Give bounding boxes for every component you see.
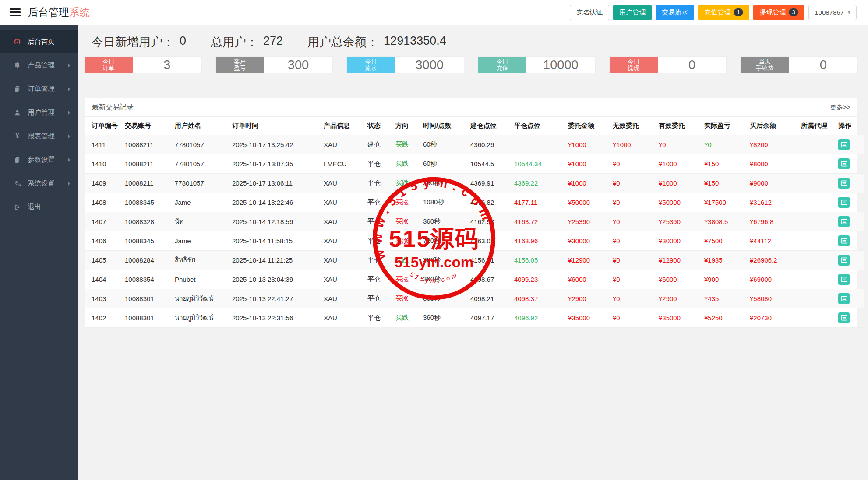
cell-open_price: 4162.93 xyxy=(470,212,514,231)
sidebar-item-report[interactable]: ¥报表管理 xyxy=(0,124,78,148)
cell-valid_entrust: ¥6000 xyxy=(659,270,704,289)
sidebar-item-settings[interactable]: 系统设置 xyxy=(0,172,78,195)
sidebar-item-label: 系统设置 xyxy=(28,179,55,188)
sidebar-item-label: 订单管理 xyxy=(28,84,55,94)
cell-duration: 360秒 xyxy=(423,289,470,308)
orders-icon xyxy=(13,86,22,92)
more-link[interactable]: 更多>> xyxy=(830,103,850,112)
cell-invalid_entrust: ¥0 xyxy=(613,289,659,308)
cell-username: 77801057 xyxy=(175,154,232,173)
order-detail-button[interactable] xyxy=(838,235,850,246)
summary-stats: 今日新增用户： 0 总用户： 272 用户总余额： 12913350.4 xyxy=(85,34,857,50)
header-button-flow[interactable]: 交易流水 xyxy=(656,5,694,20)
cell-agent xyxy=(801,270,838,289)
cell-invalid_entrust: ¥0 xyxy=(613,193,659,212)
cell-order_id: 1402 xyxy=(85,308,125,327)
cell-balance_after: ¥20730 xyxy=(750,308,801,327)
list-icon xyxy=(841,199,847,206)
cell-close_price: 4369.22 xyxy=(514,173,568,193)
cell-direction: 买跌 xyxy=(395,135,423,154)
chevron-right-icon xyxy=(68,63,71,68)
cell-order_time: 2025-10-13 22:31:56 xyxy=(232,308,324,327)
header-button-users[interactable]: 用户管理 xyxy=(613,5,652,20)
cell-product: XAU xyxy=(324,250,367,270)
order-detail-button[interactable] xyxy=(838,274,850,285)
cell-duration: 1080秒 xyxy=(423,193,470,212)
cell-order_id: 1403 xyxy=(85,289,125,308)
order-detail-button[interactable] xyxy=(838,312,850,323)
column-header-valid_entrust: 有效委托 xyxy=(659,117,704,135)
cell-duration: 360秒 xyxy=(423,270,470,289)
cell-entrust_amount: ¥12900 xyxy=(568,250,613,270)
cell-close_price: 10544.34 xyxy=(514,154,568,173)
cell-duration: 720秒 xyxy=(423,231,470,250)
header-button-realname[interactable]: 实名认证 xyxy=(570,5,609,20)
cell-open_price: 4098.67 xyxy=(470,270,514,289)
cell-product: XAU xyxy=(324,212,367,231)
order-detail-button[interactable] xyxy=(838,178,850,189)
sidebar-item-home[interactable]: 后台首页 xyxy=(0,30,78,53)
cell-username: นัท xyxy=(175,212,232,231)
card-title: 最新交易记录 xyxy=(92,103,134,112)
sidebar-item-params[interactable]: 参数设置 xyxy=(0,148,78,172)
cell-duration: 360秒 xyxy=(423,212,470,231)
sidebar-item-product[interactable]: ฿产品管理 xyxy=(0,53,78,77)
header-button-recharge[interactable]: 充值管理1 xyxy=(698,5,749,20)
cell-order_id: 1409 xyxy=(85,173,125,193)
cell-action xyxy=(838,212,864,231)
logout-icon xyxy=(13,204,22,210)
cell-product: XAU xyxy=(324,193,367,212)
order-detail-button[interactable] xyxy=(838,139,850,150)
stat-box-label: 今日充值 xyxy=(478,57,526,73)
stat-box-label: 当天手续费 xyxy=(741,57,789,73)
column-header-invalid_entrust: 无效委托 xyxy=(613,117,659,135)
sidebar-item-label: 后台首页 xyxy=(28,37,55,46)
menu-toggle-icon[interactable] xyxy=(10,7,21,18)
stat-box-value: 3 xyxy=(133,57,201,73)
cell-close_price: 4098.37 xyxy=(514,289,568,308)
table-row: 140310088301นายภูมิวิวัฒน์2025-10-13 22:… xyxy=(85,289,864,308)
cell-order_time: 2025-10-13 23:04:39 xyxy=(232,270,324,289)
cell-agent xyxy=(801,212,838,231)
cell-close_price: 4163.96 xyxy=(514,231,568,250)
list-icon xyxy=(841,161,847,167)
cell-valid_entrust: ¥30000 xyxy=(659,231,704,250)
stat-box-customer-pl: 客户盈亏300 xyxy=(216,57,333,73)
summary-value: 12913350.4 xyxy=(384,34,446,50)
cell-status: 平仓 xyxy=(367,154,395,173)
cell-status: 平仓 xyxy=(367,231,395,250)
cell-username: 77801057 xyxy=(175,135,232,154)
sidebar-item-label: 报表管理 xyxy=(28,132,55,141)
order-detail-button[interactable] xyxy=(838,255,850,266)
cell-action xyxy=(838,193,864,212)
account-dropdown[interactable]: 10087867 ▾ xyxy=(808,5,857,20)
cell-order_time: 2025-10-14 13:22:46 xyxy=(232,193,324,212)
cell-agent xyxy=(801,231,838,250)
cell-direction: 买跌 xyxy=(395,154,423,173)
cell-open_price: 4163.05 xyxy=(470,231,514,250)
sidebar-item-users[interactable]: 用户管理 xyxy=(0,101,78,124)
order-detail-button[interactable] xyxy=(838,216,850,227)
column-header-duration: 时间/点数 xyxy=(423,117,470,135)
order-detail-button[interactable] xyxy=(838,293,850,304)
cell-order_time: 2025-10-14 12:18:59 xyxy=(232,212,324,231)
cell-entrust_amount: ¥1000 xyxy=(568,154,613,173)
cell-username: Jame xyxy=(175,193,232,212)
sidebar-item-logout[interactable]: 退出 xyxy=(0,195,78,219)
summary-total-balance: 用户总余额： 12913350.4 xyxy=(307,34,446,50)
order-detail-button[interactable] xyxy=(838,197,850,208)
cell-username: Jame xyxy=(175,231,232,250)
sidebar-item-orders[interactable]: 订单管理 xyxy=(0,77,78,101)
cell-close_price xyxy=(514,135,568,154)
cell-product: XAU xyxy=(324,231,367,250)
cell-product: XAU xyxy=(324,308,367,327)
top-header: 后台管理系统 实名认证用户管理交易流水充值管理1提现管理3 10087867 ▾ xyxy=(0,0,868,25)
order-detail-button[interactable] xyxy=(838,158,850,169)
cell-username: นายภูมิวิวัฒน์ xyxy=(175,308,232,327)
cell-product: XAU xyxy=(324,135,367,154)
table-row: 140610088345Jame2025-10-14 11:58:15XAU平仓… xyxy=(85,231,864,250)
table-row: 140710088328นัท2025-10-14 12:18:59XAU平仓买… xyxy=(85,212,864,231)
header-button-withdraw[interactable]: 提现管理3 xyxy=(753,5,804,20)
header-button-label: 充值管理 xyxy=(704,8,730,17)
app-title: 后台管理系统 xyxy=(28,6,90,19)
